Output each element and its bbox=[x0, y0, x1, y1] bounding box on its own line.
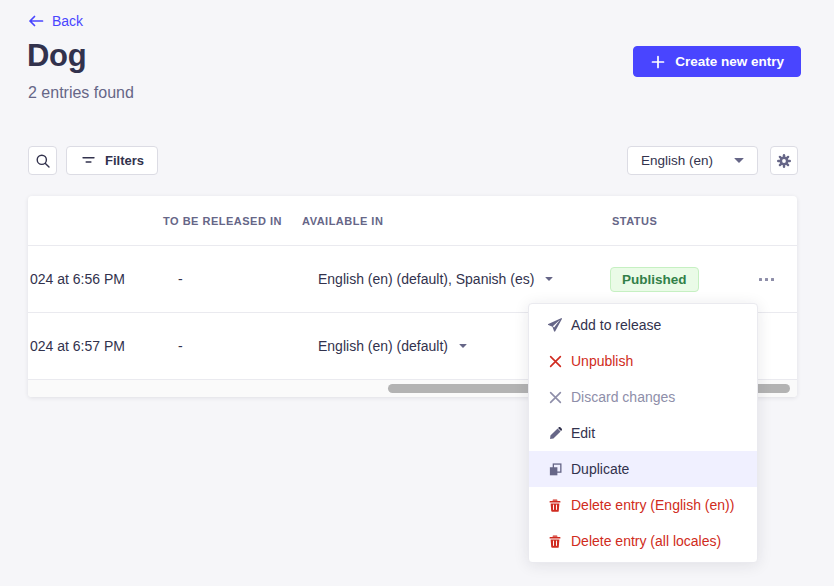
column-header-to-be-released-in[interactable]: TO BE RELEASED IN bbox=[163, 215, 302, 227]
cell-to-be-released-in: - bbox=[163, 338, 302, 354]
cross-icon bbox=[547, 389, 563, 405]
menu-item-discard-changes[interactable]: Discard changes bbox=[529, 379, 757, 415]
cell-updated: 024 at 6:57 PM bbox=[28, 338, 163, 354]
search-icon bbox=[35, 153, 51, 169]
menu-item-unpublish[interactable]: Unpublish bbox=[529, 343, 757, 379]
column-header-available-in[interactable]: AVAILABLE IN bbox=[302, 215, 610, 227]
filter-icon bbox=[80, 153, 96, 169]
locale-select[interactable]: English (en) bbox=[627, 146, 758, 175]
chevron-down-icon bbox=[545, 277, 553, 281]
table-row[interactable]: 024 at 6:56 PM - English (en) (default),… bbox=[28, 245, 797, 312]
column-header-status[interactable]: STATUS bbox=[610, 215, 737, 227]
dot-icon bbox=[765, 278, 768, 281]
status-badge: Published bbox=[610, 267, 699, 292]
cell-to-be-released-in: - bbox=[163, 271, 302, 287]
dot-icon bbox=[759, 278, 762, 281]
duplicate-icon bbox=[547, 461, 563, 477]
settings-button[interactable] bbox=[770, 146, 798, 175]
create-new-entry-button[interactable]: Create new entry bbox=[633, 46, 801, 77]
dot-icon bbox=[771, 278, 774, 281]
trash-icon bbox=[547, 533, 563, 549]
chevron-down-icon bbox=[459, 344, 467, 348]
menu-item-label: Discard changes bbox=[571, 389, 675, 405]
menu-item-label: Delete entry (all locales) bbox=[571, 533, 721, 549]
available-locales-text: English (en) (default), Spanish (es) bbox=[318, 271, 534, 287]
filters-label: Filters bbox=[105, 153, 144, 168]
menu-item-label: Delete entry (English (en)) bbox=[571, 497, 734, 513]
content-manager-page: Back Dog 2 entries found Create new entr… bbox=[0, 0, 834, 586]
page-title: Dog bbox=[27, 38, 86, 74]
search-button[interactable] bbox=[28, 146, 57, 175]
filters-button[interactable]: Filters bbox=[66, 146, 158, 175]
cell-actions bbox=[737, 269, 797, 289]
chevron-down-icon bbox=[734, 158, 744, 163]
menu-item-label: Unpublish bbox=[571, 353, 633, 369]
table-header-row: TO BE RELEASED IN AVAILABLE IN STATUS bbox=[28, 196, 797, 245]
menu-item-delete-entry-locale[interactable]: Delete entry (English (en)) bbox=[529, 487, 757, 523]
arrow-left-icon bbox=[28, 13, 44, 29]
cross-icon bbox=[547, 353, 563, 369]
menu-item-label: Add to release bbox=[571, 317, 661, 333]
gear-icon bbox=[776, 153, 792, 169]
menu-item-label: Duplicate bbox=[571, 461, 629, 477]
back-link[interactable]: Back bbox=[28, 13, 83, 29]
menu-item-delete-entry-all-locales[interactable]: Delete entry (all locales) bbox=[529, 523, 757, 559]
plus-icon bbox=[650, 54, 666, 70]
create-new-entry-label: Create new entry bbox=[675, 54, 784, 69]
menu-item-add-to-release[interactable]: Add to release bbox=[529, 307, 757, 343]
entries-count: 2 entries found bbox=[28, 84, 134, 102]
cell-status: Published bbox=[610, 267, 737, 292]
menu-item-edit[interactable]: Edit bbox=[529, 415, 757, 451]
menu-item-label: Edit bbox=[571, 425, 595, 441]
row-actions-button[interactable] bbox=[753, 269, 779, 289]
trash-icon bbox=[547, 497, 563, 513]
menu-item-duplicate[interactable]: Duplicate bbox=[529, 451, 757, 487]
back-label: Back bbox=[52, 13, 83, 29]
row-actions-menu: Add to release Unpublish Discard changes… bbox=[528, 303, 758, 563]
paper-plane-icon bbox=[547, 317, 563, 333]
cell-updated: 024 at 6:56 PM bbox=[28, 271, 163, 287]
cell-available-in[interactable]: English (en) (default), Spanish (es) bbox=[302, 271, 610, 287]
locale-select-value: English (en) bbox=[641, 153, 713, 168]
pencil-icon bbox=[547, 425, 563, 441]
available-locales-text: English (en) (default) bbox=[318, 338, 448, 354]
